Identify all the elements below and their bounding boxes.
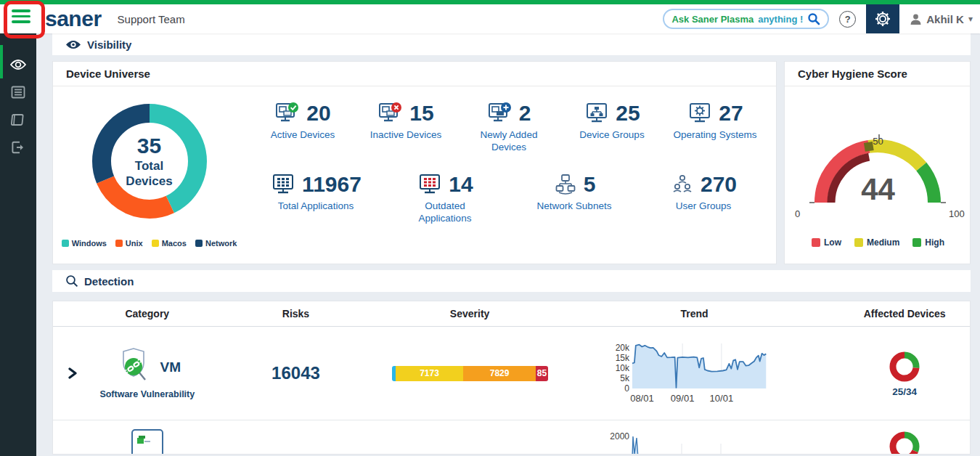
- col-trend: Trend: [550, 308, 839, 319]
- partial-category-icon: [131, 429, 163, 455]
- stat-active-devices: 20 Active Devices: [251, 101, 354, 153]
- search-input[interactable]: Ask Saner Plasma anything !: [663, 9, 829, 29]
- chevron-right-icon: [68, 367, 78, 379]
- newly-added-devices-icon: [487, 101, 513, 126]
- affected-devices-cell: 25/34: [839, 349, 970, 397]
- gauge-legend-item: Low: [812, 237, 841, 248]
- gauge-mid-label: 50: [785, 136, 971, 147]
- software-vulnerability-icon: [114, 347, 153, 388]
- table-header: Category Risks Severity Trend Affected D…: [53, 301, 970, 327]
- table-row-partial[interactable]: 2000: [53, 420, 970, 455]
- trend-cell: 20k15k10k5k008/0109/0110/01: [550, 339, 839, 407]
- svg-text:09/01: 09/01: [670, 393, 694, 404]
- operating-systems-label: Operating Systems: [674, 129, 757, 141]
- detection-search-icon: [65, 274, 78, 288]
- severity-segment: 7173: [396, 366, 462, 381]
- total-devices-label: Total Devices: [126, 158, 172, 189]
- user-name: Akhil K: [926, 13, 964, 25]
- search-icon[interactable]: [807, 12, 820, 25]
- help-icon[interactable]: ?: [839, 11, 856, 28]
- expand-row-button[interactable]: [53, 367, 93, 379]
- device-universe-title: Device Universe: [53, 62, 776, 86]
- gauge-legend: LowMediumHigh: [785, 237, 971, 248]
- sign-out-icon: [11, 141, 25, 154]
- legend-item: Macos: [152, 239, 187, 248]
- sidebar-item-visibility[interactable]: [0, 51, 36, 78]
- stat-total-applications: 11967 Total Applications: [251, 172, 380, 224]
- stat-network-subnets: 5 Network Subnets: [510, 172, 639, 224]
- operating-systems-value: 27: [719, 101, 743, 126]
- network-subnets-value: 5: [584, 172, 596, 197]
- sidebar-item-docs[interactable]: [0, 106, 36, 134]
- hamburger-menu-icon[interactable]: [12, 9, 30, 26]
- cyber-hygiene-gauge: 44 50 0 100 LowMediumHigh: [785, 86, 970, 246]
- severity-bar: 7173782985: [392, 366, 548, 381]
- user-avatar-icon: [910, 13, 922, 25]
- svg-text:15k: 15k: [615, 353, 629, 363]
- detection-section-header: Detection: [52, 270, 971, 292]
- app-logo: saner: [45, 4, 102, 33]
- stat-outdated-applications: 14 Outdated Applications: [380, 172, 510, 224]
- sidebar-item-list[interactable]: [0, 78, 36, 106]
- visibility-section-header: Visibility: [52, 33, 971, 55]
- team-label: Support Team: [118, 13, 185, 25]
- outdated-applications-icon: [417, 172, 443, 197]
- col-severity: Severity: [390, 308, 550, 319]
- category-name: Software Vulnerability: [99, 389, 195, 399]
- partial-trend-chart: 2000: [609, 429, 780, 455]
- inactive-devices-value: 15: [409, 101, 433, 126]
- col-category: Category: [93, 308, 202, 319]
- legend-item: Unix: [115, 239, 143, 248]
- severity-cell: 7173782985: [390, 366, 550, 381]
- cyber-hygiene-card: Cyber Hygiene Score 44 50 0 100 LowMediu…: [784, 61, 971, 264]
- category-code: VM: [160, 359, 181, 375]
- newly-added-devices-label: Newly Added Devices: [465, 129, 552, 153]
- inactive-devices-label: Inactive Devices: [370, 129, 441, 141]
- active-devices-icon: [274, 101, 301, 126]
- top-accent-strip: [0, 0, 980, 4]
- cyber-hygiene-title: Cyber Hygiene Score: [785, 62, 970, 86]
- device-universe-card: Device Universe 35 Total Devices Windows…: [52, 61, 777, 264]
- topbar: saner Support Team Ask Saner Plasma anyt…: [0, 4, 980, 33]
- user-menu[interactable]: Akhil K ▾: [910, 13, 973, 25]
- stat-inactive-devices: 15 Inactive Devices: [354, 101, 457, 153]
- visibility-eye-icon: [65, 39, 81, 50]
- severity-segment: 85: [536, 366, 547, 381]
- chevron-down-icon: ▾: [968, 14, 973, 24]
- search-placeholder-secondary: anything !: [758, 14, 803, 25]
- partial-affected-donut: [887, 429, 922, 455]
- inactive-devices-icon: [377, 101, 404, 126]
- device-groups-icon: [584, 101, 610, 126]
- visibility-section-title: Visibility: [87, 38, 131, 51]
- network-subnets-label: Network Subnets: [537, 200, 612, 212]
- svg-text:5k: 5k: [620, 373, 630, 383]
- trend-chart: 20k15k10k5k008/0109/0110/01: [609, 339, 780, 407]
- col-affected-devices: Affected Devices: [839, 308, 970, 319]
- svg-text:20k: 20k: [615, 343, 629, 353]
- settings-button[interactable]: [866, 4, 899, 33]
- device-groups-value: 25: [616, 101, 640, 126]
- user-groups-value: 270: [701, 172, 737, 197]
- total-applications-label: Total Applications: [278, 200, 354, 212]
- gauge-min-label: 0: [795, 208, 800, 219]
- active-devices-label: Active Devices: [271, 129, 335, 141]
- user-groups-label: User Groups: [676, 200, 732, 212]
- active-devices-value: 20: [306, 101, 330, 126]
- gauge-max-label: 100: [949, 208, 965, 219]
- stat-operating-systems: 27 Operating Systems: [663, 101, 767, 153]
- category-cell: VM Software Vulnerability: [93, 347, 202, 399]
- search-placeholder-primary: Ask Saner Plasma: [671, 14, 754, 25]
- device-donut-chart: 35 Total Devices: [82, 94, 217, 229]
- table-row-vm[interactable]: VM Software Vulnerability 16043 71737829…: [53, 327, 970, 420]
- gauge-legend-item: High: [912, 237, 944, 248]
- device-groups-label: Device Groups: [579, 129, 644, 141]
- sidebar: [0, 33, 36, 456]
- gauge-legend-item: Medium: [854, 237, 899, 248]
- outdated-applications-value: 14: [449, 172, 473, 197]
- legend-item: Windows: [62, 239, 107, 248]
- list-icon: [11, 86, 25, 99]
- detection-table: Category Risks Severity Trend Affected D…: [52, 301, 971, 455]
- sidebar-item-signout[interactable]: [0, 134, 36, 161]
- stat-newly-added-devices: 2 Newly Added Devices: [457, 101, 560, 153]
- eye-icon: [10, 59, 26, 70]
